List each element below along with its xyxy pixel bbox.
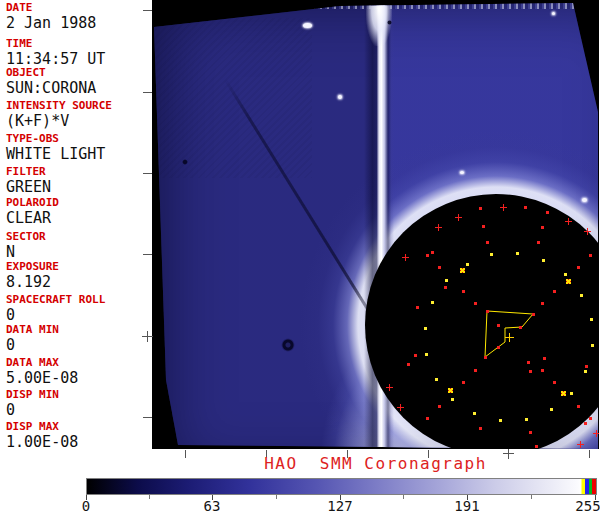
red-square-marker bbox=[519, 326, 522, 329]
red-square-marker bbox=[479, 427, 482, 430]
yellow-ring-dot bbox=[499, 419, 502, 422]
red-ray-dot bbox=[474, 369, 477, 372]
red-x-marker bbox=[566, 279, 571, 284]
red-square-marker bbox=[482, 225, 485, 228]
colorbar-tick-label: 127 bbox=[318, 498, 362, 512]
yellow-ring-dot bbox=[590, 318, 593, 321]
metadata-value: 8.192 bbox=[6, 274, 59, 290]
metadata-entry-date: DATE2 Jan 1988 bbox=[6, 2, 96, 31]
red-cross-marker bbox=[455, 214, 462, 221]
red-cross-marker bbox=[402, 254, 409, 261]
red-square-marker bbox=[479, 207, 482, 210]
metadata-label: SPACECRAFT ROLL bbox=[6, 294, 105, 306]
red-x-marker bbox=[448, 388, 453, 393]
coronagraph-image-canvas bbox=[152, 0, 599, 449]
red-square-marker bbox=[529, 431, 532, 434]
yellow-ring-dot bbox=[445, 279, 448, 282]
red-ray-dot bbox=[577, 405, 580, 408]
metadata-entry-spacecraft-roll: SPACECRAFT ROLL0 bbox=[6, 294, 105, 323]
intensity-colorbar bbox=[86, 478, 597, 495]
red-square-marker bbox=[444, 286, 447, 289]
red-ray-dot bbox=[462, 381, 465, 384]
metadata-entry-filter: FILTERGREEN bbox=[6, 166, 51, 195]
red-square-marker bbox=[527, 361, 530, 364]
red-ray-dot bbox=[577, 266, 580, 269]
red-cross-marker bbox=[386, 384, 393, 391]
fiducial-markers-layer bbox=[152, 0, 599, 449]
yellow-ring-dot bbox=[591, 344, 594, 347]
colorbar-tick-label: 255 bbox=[566, 498, 600, 512]
red-cross-marker bbox=[500, 204, 507, 211]
metadata-label: DISP MAX bbox=[6, 421, 78, 433]
red-ray-dot bbox=[553, 381, 556, 384]
yellow-ring-dot bbox=[580, 294, 583, 297]
red-ray-dot bbox=[589, 417, 592, 420]
red-ray-dot bbox=[438, 266, 441, 269]
red-ray-dot bbox=[462, 290, 465, 293]
metadata-value: 0 bbox=[6, 402, 59, 418]
metadata-panel: DATE2 Jan 1988TIME11:34:57 UTOBJECTSUN:C… bbox=[0, 0, 152, 449]
yellow-ring-dot bbox=[564, 273, 567, 276]
metadata-entry-object: OBJECTSUN:CORONA bbox=[6, 67, 96, 96]
metadata-entry-disp-min: DISP MIN0 bbox=[6, 389, 59, 418]
red-square-marker bbox=[535, 445, 538, 448]
red-ray-dot bbox=[426, 417, 429, 420]
red-square-marker bbox=[431, 251, 434, 254]
metadata-value: WHITE LIGHT bbox=[6, 146, 105, 162]
metadata-value: (K+F)*V bbox=[6, 113, 112, 129]
red-cross-marker bbox=[435, 224, 442, 231]
red-square-marker bbox=[486, 310, 489, 313]
colorbar-minor-tick bbox=[149, 495, 150, 499]
yellow-ring-dot bbox=[490, 253, 493, 256]
smm-coronagraph-viewer: DATE2 Jan 1988TIME11:34:57 UTOBJECTSUN:C… bbox=[0, 0, 600, 512]
metadata-value: N bbox=[6, 244, 46, 260]
metadata-label: DISP MIN bbox=[6, 389, 59, 401]
red-square-marker bbox=[414, 354, 417, 357]
yellow-ring-dot bbox=[425, 353, 428, 356]
metadata-value: 0 bbox=[6, 307, 105, 323]
red-cross-marker bbox=[593, 430, 600, 437]
red-ray-dot bbox=[553, 290, 556, 293]
red-ray-dot bbox=[589, 254, 592, 257]
metadata-label: POLAROID bbox=[6, 197, 59, 209]
metadata-entry-polaroid: POLAROIDCLEAR bbox=[6, 197, 59, 226]
colorbar-tick-label: 191 bbox=[445, 498, 489, 512]
metadata-value: CLEAR bbox=[6, 210, 59, 226]
left-axis-tick bbox=[143, 173, 152, 174]
left-axis-tick bbox=[143, 10, 152, 11]
yellow-ring-dot bbox=[525, 418, 528, 421]
yellow-ring-dot bbox=[542, 259, 545, 262]
yellow-ring-dot bbox=[424, 327, 427, 330]
metadata-entry-time: TIME11:34:57 UT bbox=[6, 38, 105, 67]
left-axis-plus-v bbox=[147, 331, 148, 342]
colorbar-minor-tick bbox=[403, 495, 404, 499]
colorbar-tick-label: 0 bbox=[64, 498, 108, 512]
red-x-marker bbox=[460, 268, 465, 273]
metadata-value: 0 bbox=[6, 337, 59, 353]
metadata-value: 1.00E-08 bbox=[6, 434, 78, 450]
metadata-value: GREEN bbox=[6, 179, 51, 195]
yellow-ring-dot bbox=[451, 398, 454, 401]
red-cross-marker bbox=[565, 218, 572, 225]
metadata-entry-intensity-source: INTENSITY SOURCE(K+F)*V bbox=[6, 100, 112, 129]
red-cross-marker bbox=[584, 228, 591, 235]
red-square-marker bbox=[484, 356, 487, 359]
metadata-entry-data-max: DATA MAX5.00E-08 bbox=[6, 357, 78, 386]
red-square-marker bbox=[541, 226, 544, 229]
metadata-label: EXPOSURE bbox=[6, 261, 59, 273]
red-square-marker bbox=[497, 346, 500, 349]
colorbar-minor-tick bbox=[276, 495, 277, 499]
image-title: HAO SMM Coronagraph bbox=[152, 454, 599, 473]
metadata-value: 5.00E-08 bbox=[6, 370, 78, 386]
red-cross-marker bbox=[397, 404, 404, 411]
left-axis-tick bbox=[143, 254, 152, 255]
red-square-marker bbox=[524, 206, 527, 209]
red-square-marker bbox=[497, 324, 500, 327]
metadata-value: SUN:CORONA bbox=[6, 80, 96, 96]
metadata-label: DATA MIN bbox=[6, 324, 59, 336]
red-cross-marker bbox=[577, 441, 584, 448]
red-square-marker bbox=[529, 370, 532, 373]
metadata-entry-exposure: EXPOSURE8.192 bbox=[6, 261, 59, 290]
metadata-value: 11:34:57 UT bbox=[6, 51, 105, 67]
red-square-marker bbox=[543, 357, 546, 360]
